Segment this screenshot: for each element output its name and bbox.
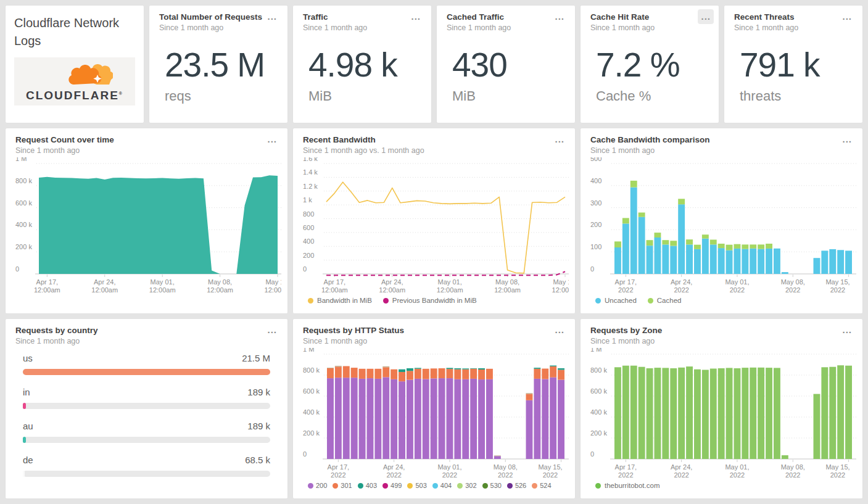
panel-menu-button[interactable]: ... [552,132,568,147]
country-value: 189 k [247,387,270,397]
legend-item[interactable]: 301 [333,482,352,489]
http-status-chart[interactable]: 1 M800 k600 k400 k200 k0Apr 17,2022Apr 2… [303,348,569,479]
panel-menu-button[interactable]: ... [839,132,855,147]
legend-label: 404 [440,482,452,489]
panel-menu-button[interactable]: ... [408,9,424,24]
panel-subtitle: Since 1 month ago [590,146,853,155]
legend-dot-icon [308,483,313,489]
svg-text:400: 400 [590,177,601,184]
svg-text:May 08,2022: May 08,2022 [494,463,518,479]
legend-item[interactable]: 526 [507,482,526,489]
panel-total-requests: Total Number of Requests Since 1 month a… [149,5,288,123]
panel-menu-button[interactable]: ... [552,9,568,24]
svg-text:1 M: 1 M [303,348,314,353]
legend-label: 499 [391,482,402,489]
svg-text:800 k: 800 k [303,366,320,374]
panel-subtitle: Since 1 month ago [303,23,421,32]
legend-item[interactable]: 200 [308,482,327,489]
panel-subtitle: Since 1 month ago [15,337,278,345]
panel-menu-button[interactable]: ... [264,132,280,147]
svg-text:May 15,2022: May 15,2022 [825,463,849,479]
country-bar-track [23,369,270,375]
svg-text:May 01,12:00am: May 01,12:00am [437,278,463,294]
panel-menu-button[interactable]: ... [698,9,714,24]
cloudflare-cloud-icon [66,59,113,90]
svg-text:200 k: 200 k [590,429,607,437]
svg-text:400 k: 400 k [303,408,320,416]
legend-item[interactable]: 530 [482,482,502,489]
svg-text:200 k: 200 k [303,429,320,437]
panel-request-count: Request Count over time Since 1 month ag… [5,128,288,314]
svg-text:Apr 17,12:00am: Apr 17,12:00am [34,278,60,294]
legend-item[interactable]: 302 [457,482,476,489]
country-bar [23,403,26,409]
svg-text:Apr 24,12:00am: Apr 24,12:00am [379,278,405,294]
stat-body: 23.5 M reqs [149,32,287,123]
stat-body: 7.2 % Cache % [581,32,719,123]
country-bar-track [23,471,270,477]
legend-item[interactable]: 403 [358,482,377,489]
requests-by-zone-chart[interactable]: 1 M800 k600 k400 k200 k0Apr 17,2022Apr 2… [590,348,856,479]
svg-text:1.2 k: 1.2 k [303,183,318,190]
svg-text:May 15,2022: May 15,2022 [538,463,562,479]
legend-dot-icon [308,298,313,304]
chart-legend: theburritobot.com [595,479,856,492]
svg-text:Apr 24,2022: Apr 24,2022 [383,463,405,479]
panel-title: Recent Threats [734,12,853,22]
legend-item[interactable]: Bandwidth in MiB [308,297,372,304]
svg-text:1 k: 1 k [303,196,312,204]
country-row: us21.5 M [23,353,270,375]
svg-text:May 01,2022: May 01,2022 [725,463,749,479]
panel-menu-button[interactable]: ... [839,323,855,337]
svg-text:1.6 k: 1.6 k [303,157,318,162]
cache-bandwidth-chart[interactable]: 5004003002001000Apr 17,2022Apr 24,2022Ma… [590,157,856,294]
chart-legend: 200301403499503404302530526524 [308,479,569,492]
svg-text:400 k: 400 k [590,408,607,416]
panel-menu-button[interactable]: ... [839,9,855,24]
legend-item[interactable]: Uncached [595,297,637,304]
stat-unit: threats [740,88,856,104]
panel-title: Request Count over time [15,135,278,144]
svg-text:400: 400 [303,238,314,245]
stat-value: 7.2 % [596,45,713,85]
request-count-chart[interactable]: 1 M800 k600 k400 k200 k0Apr 17,12:00amAp… [15,157,281,294]
svg-text:600: 600 [303,224,314,231]
country-value: 68.5 k [245,455,270,465]
legend-item[interactable]: Cached [648,297,682,304]
legend-dot-icon [333,483,338,489]
stat-value: 791 k [740,45,856,85]
svg-text:1 M: 1 M [590,348,601,353]
panel-subtitle: Since 1 month ago [590,337,853,345]
panel-cache-hit-rate: Cache Hit Rate Since 1 month ago ... 7.2… [580,5,719,123]
stat-unit: MiB [452,88,569,104]
svg-text:May 01,12:00am: May 01,12:00am [149,278,176,294]
legend-dot-icon [358,483,363,489]
panel-recent-threats: Recent Threats Since 1 month ago ... 791… [724,5,863,123]
panel-cache-bandwidth: Cache Bandwidth comparison Since 1 month… [580,128,863,314]
recent-bandwidth-chart[interactable]: 1.6 k1.4 k1.2 k1 k8006004002000Apr 17,12… [303,157,569,294]
svg-text:200: 200 [590,221,601,228]
legend-dot-icon [595,298,601,304]
svg-text:May 01,2022: May 01,2022 [725,278,749,294]
svg-text:400 k: 400 k [15,221,32,228]
svg-text:100: 100 [590,243,601,250]
panel-menu-button[interactable]: ... [264,9,280,24]
legend-item[interactable]: 404 [432,482,452,489]
cloudflare-logo: CLOUDFLARE® [14,57,135,105]
country-bar [23,437,26,443]
panel-title: Requests by HTTP Status [303,326,565,335]
svg-text:0: 0 [303,450,307,458]
legend-item[interactable]: 503 [407,482,426,489]
legend-item[interactable]: Previous Bandwidth in MiB [383,297,477,304]
country-row: au189 k [23,421,270,443]
panel-menu-button[interactable]: ... [552,323,568,337]
legend-item[interactable]: theburritobot.com [595,482,660,489]
country-label: de [23,455,33,465]
country-value: 189 k [247,421,270,431]
legend-item[interactable]: 524 [532,482,551,489]
legend-item[interactable]: 499 [382,482,402,489]
legend-label: Uncached [605,297,637,304]
legend-dot-icon [507,483,513,489]
legend-dot-icon [432,483,438,489]
panel-menu-button[interactable]: ... [264,323,280,337]
